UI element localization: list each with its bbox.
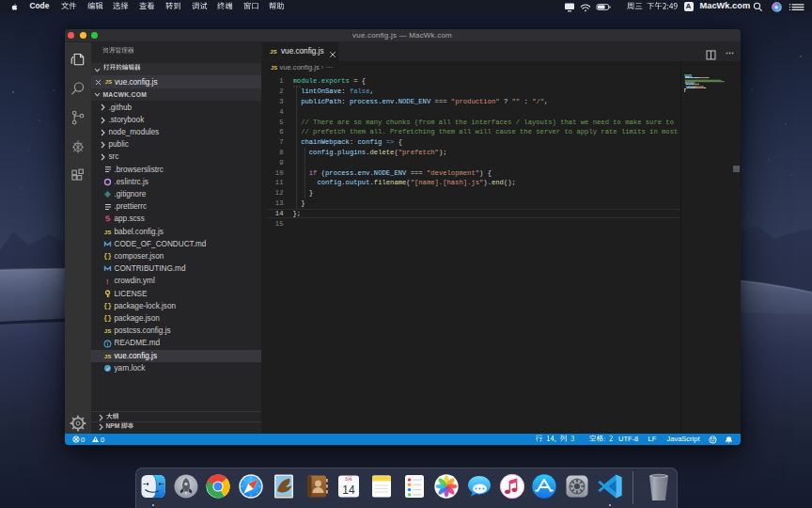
svg-text:14: 14 [343, 484, 356, 497]
